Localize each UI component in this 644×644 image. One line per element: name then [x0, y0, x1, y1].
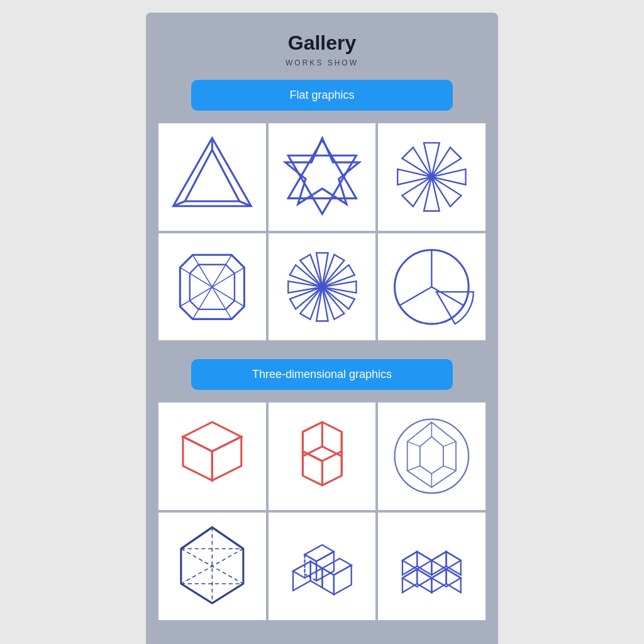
3d-graphics-button[interactable]: Three-dimensional graphics	[191, 359, 453, 390]
svg-marker-64	[420, 437, 443, 474]
svg-marker-87	[432, 569, 447, 592]
svg-marker-90	[402, 552, 417, 575]
svg-marker-45	[212, 437, 241, 481]
svg-marker-1	[185, 150, 240, 201]
header: Gallery WORKS SHOW	[158, 31, 486, 67]
svg-marker-81	[334, 565, 352, 594]
flat-pie-chart[interactable]	[378, 233, 486, 341]
flat-graphics-button[interactable]: Flat graphics	[191, 80, 453, 111]
svg-line-21	[212, 287, 231, 319]
svg-marker-7	[288, 155, 356, 214]
3d-faceted-sphere[interactable]	[378, 402, 486, 510]
svg-line-20	[212, 287, 244, 306]
svg-marker-8	[424, 143, 440, 177]
svg-marker-89	[447, 569, 461, 592]
svg-line-22	[192, 287, 212, 319]
svg-marker-93	[432, 552, 447, 575]
phone-container: Gallery WORKS SHOW Flat graphics	[146, 13, 498, 644]
svg-line-55	[303, 452, 322, 461]
svg-line-23	[180, 287, 212, 306]
svg-line-60	[443, 466, 456, 471]
svg-marker-44	[183, 437, 212, 481]
svg-line-42	[400, 287, 432, 305]
svg-line-59	[443, 441, 456, 447]
svg-line-54	[303, 423, 322, 432]
svg-marker-84	[402, 569, 417, 592]
svg-marker-12	[424, 177, 440, 211]
svg-marker-74	[293, 562, 322, 578]
page-subtitle: WORKS SHOW	[158, 58, 486, 67]
flat-sunburst-12[interactable]	[269, 233, 376, 341]
svg-line-72	[212, 527, 243, 548]
flat-triangle[interactable]	[158, 123, 266, 231]
flat-pinwheel-8[interactable]	[378, 123, 486, 231]
flat-graphics-grid	[158, 123, 486, 340]
svg-marker-92	[417, 552, 431, 575]
svg-line-24	[180, 267, 212, 287]
3d-stacked-cubes-dashed[interactable]	[269, 513, 376, 620]
svg-line-25	[192, 255, 212, 287]
svg-line-63	[408, 441, 420, 447]
page-title: Gallery	[158, 31, 486, 55]
svg-marker-14	[398, 169, 432, 185]
svg-marker-79	[322, 558, 351, 575]
3d-hexagonal-prism-red[interactable]	[269, 402, 376, 510]
3d-cube-grid-blue[interactable]	[378, 513, 486, 620]
svg-line-19	[212, 267, 244, 287]
svg-marker-86	[417, 569, 431, 592]
svg-marker-10	[432, 169, 466, 185]
3d-icosahedron-dashed[interactable]	[158, 513, 266, 620]
svg-marker-76	[304, 545, 333, 561]
flat-octagon-wheel[interactable]	[158, 233, 266, 341]
3d-graphics-grid	[158, 402, 486, 619]
flat-star-of-david[interactable]	[269, 123, 376, 231]
svg-line-41	[432, 287, 464, 305]
svg-marker-95	[447, 552, 461, 575]
3d-cube-red[interactable]	[158, 402, 266, 510]
svg-line-18	[212, 255, 231, 287]
svg-line-62	[408, 466, 420, 471]
svg-marker-43	[183, 423, 242, 452]
svg-line-71	[181, 527, 212, 548]
svg-point-38	[320, 285, 324, 289]
